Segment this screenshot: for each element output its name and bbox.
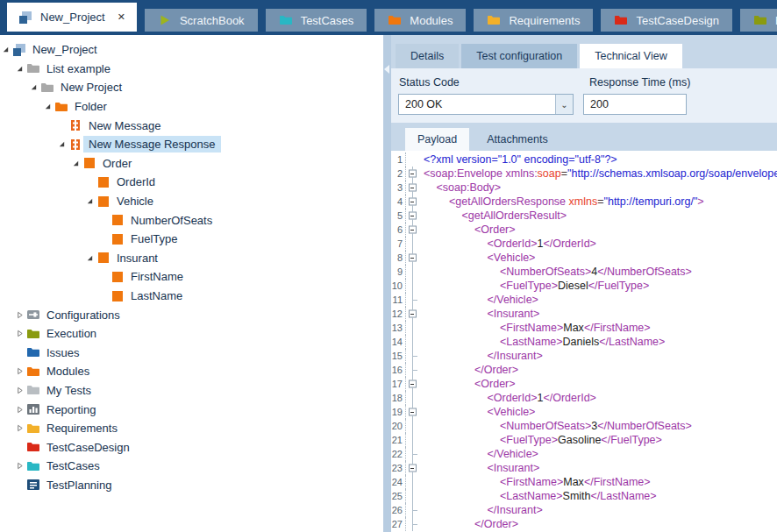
status-code-label: Status Code bbox=[399, 76, 460, 89]
sidebar-item-testplanning[interactable]: TestPlanning bbox=[0, 476, 383, 495]
tab-attachments[interactable]: Attachments bbox=[474, 128, 560, 151]
play-icon bbox=[158, 13, 172, 27]
chevron-down-icon[interactable]: ⌄ bbox=[555, 95, 573, 114]
collapse-node-icon[interactable] bbox=[14, 63, 25, 74]
tab-test-configuration[interactable]: Test configuration bbox=[461, 44, 577, 68]
panel-splitter[interactable] bbox=[383, 35, 391, 532]
folder-icon bbox=[54, 100, 68, 114]
collapse-node-icon[interactable] bbox=[28, 82, 39, 93]
folder-icon bbox=[26, 327, 40, 341]
sidebar-item-issues[interactable]: Issues bbox=[0, 344, 383, 363]
code-text: <NumberOfSeats>4</NumberOfSeats> bbox=[420, 265, 692, 279]
expand-node-icon[interactable] bbox=[14, 385, 25, 396]
sidebar-item-new-project[interactable]: New_Project bbox=[0, 40, 383, 60]
collapse-node-icon[interactable] bbox=[42, 101, 53, 112]
line-number: 3 bbox=[391, 181, 406, 195]
fold-toggle-icon[interactable] bbox=[409, 226, 417, 234]
sidebar-item-lastname[interactable]: LastName bbox=[0, 287, 383, 306]
sidebar-item-numberofseats[interactable]: NumberOfSeats bbox=[0, 210, 383, 230]
fold-toggle-icon[interactable] bbox=[409, 310, 417, 318]
sidebar-item-insurant[interactable]: Insurant bbox=[0, 249, 383, 268]
arrow-spacer bbox=[56, 120, 68, 131]
config-icon bbox=[26, 308, 40, 322]
expand-node-icon[interactable] bbox=[14, 422, 25, 434]
code-text: <LastName>Daniels</LastName> bbox=[420, 335, 665, 349]
tree-item-label: Execution bbox=[41, 325, 102, 342]
application-window: New_Project✕ScratchBookTestCasesModulesR… bbox=[0, 0, 777, 532]
expand-node-icon[interactable] bbox=[14, 460, 25, 472]
code-line: 14<LastName>Daniels</LastName> bbox=[391, 335, 777, 349]
fold-toggle-icon[interactable] bbox=[409, 254, 417, 262]
tab-testcases[interactable]: TestCases bbox=[266, 9, 367, 32]
element-icon bbox=[110, 270, 125, 284]
fold-toggle-icon[interactable] bbox=[409, 212, 417, 220]
fold-toggle-icon[interactable] bbox=[409, 184, 417, 192]
tree-item-label: FirstName bbox=[125, 268, 189, 285]
status-code-select[interactable]: 200 OK ⌄ bbox=[398, 94, 574, 115]
collapse-node-icon[interactable] bbox=[56, 138, 68, 150]
folder-icon bbox=[26, 422, 40, 436]
sidebar-item-execution[interactable]: Execution bbox=[0, 324, 383, 344]
tab-payload[interactable]: Payload bbox=[405, 128, 469, 151]
fold-toggle-icon[interactable] bbox=[409, 198, 417, 206]
tree-item-label: Requirements bbox=[41, 420, 123, 436]
sidebar-item-new-project[interactable]: New Project bbox=[0, 78, 383, 97]
sidebar-item-list-example[interactable]: List example bbox=[0, 60, 383, 79]
tab-execution[interactable]: Execution bbox=[740, 9, 777, 32]
sidebar-item-testcasedesign[interactable]: TestCaseDesign bbox=[0, 437, 383, 457]
sidebar-item-vehicle[interactable]: Vehicle bbox=[0, 192, 383, 211]
tree-item-label: Folder bbox=[69, 98, 112, 115]
fold-gutter bbox=[406, 475, 420, 489]
fold-toggle-icon[interactable] bbox=[409, 380, 417, 388]
sidebar-item-fueltype[interactable]: FuelType bbox=[0, 230, 383, 249]
sidebar-item-modules[interactable]: Modules bbox=[0, 362, 383, 381]
expand-node-icon[interactable] bbox=[14, 404, 25, 415]
collapse-node-icon[interactable] bbox=[0, 44, 11, 55]
collapse-left-icon[interactable] bbox=[384, 65, 389, 74]
tree-item-label: FuelType bbox=[125, 231, 182, 247]
response-time-input[interactable] bbox=[583, 94, 687, 115]
tab-technical-view[interactable]: Technical View bbox=[580, 44, 681, 68]
tree-item-label: OrderId bbox=[111, 174, 160, 190]
sidebar-item-folder[interactable]: Folder bbox=[0, 97, 383, 117]
sidebar-item-testcases[interactable]: TestCases bbox=[0, 457, 383, 476]
arrow-spacer bbox=[14, 347, 25, 358]
collapse-node-icon[interactable] bbox=[70, 158, 82, 169]
tree-item-label: My Tests bbox=[41, 382, 96, 399]
sidebar-item-order[interactable]: Order bbox=[0, 154, 383, 174]
collapse-node-icon[interactable] bbox=[84, 195, 96, 207]
fold-toggle-icon[interactable] bbox=[409, 170, 417, 178]
expand-node-icon[interactable] bbox=[14, 309, 25, 321]
close-icon[interactable]: ✕ bbox=[118, 11, 125, 23]
tab-requirements[interactable]: Requirements bbox=[474, 9, 593, 32]
expand-node-icon[interactable] bbox=[14, 365, 25, 377]
fold-toggle-icon[interactable] bbox=[409, 465, 417, 472]
project-tree: New_ProjectList exampleNew ProjectFolder… bbox=[0, 35, 383, 532]
tree-item-label: TestCaseDesign bbox=[41, 439, 135, 456]
sidebar-item-new-message[interactable]: New Message bbox=[0, 116, 383, 135]
line-number: 1 bbox=[391, 153, 406, 167]
tab-new-project[interactable]: New_Project✕ bbox=[7, 3, 137, 32]
tree-item-label: TestCases bbox=[41, 458, 105, 474]
sidebar-item-configurations[interactable]: Configurations bbox=[0, 305, 383, 324]
tab-testcasedesign[interactable]: TestCaseDesign bbox=[601, 9, 732, 32]
sidebar-item-firstname[interactable]: FirstName bbox=[0, 267, 383, 287]
sidebar-item-my-tests[interactable]: My Tests bbox=[0, 381, 383, 401]
code-line: 16</Order> bbox=[391, 363, 777, 377]
sidebar-item-reporting[interactable]: Reporting bbox=[0, 400, 383, 419]
collapse-node-icon[interactable] bbox=[84, 252, 96, 264]
tab-bar: New_Project✕ScratchBookTestCasesModulesR… bbox=[0, 0, 777, 35]
report-icon bbox=[26, 402, 40, 416]
fold-gutter bbox=[406, 321, 420, 335]
project-icon bbox=[12, 43, 26, 57]
tab-scratchbook[interactable]: ScratchBook bbox=[145, 9, 258, 32]
tab-modules[interactable]: Modules bbox=[374, 9, 466, 32]
tab-details[interactable]: Details bbox=[396, 44, 459, 68]
fold-toggle-icon[interactable] bbox=[409, 408, 417, 416]
xml-editor[interactable]: 1<?xml version="1.0" encoding="utf-8"?>2… bbox=[391, 151, 777, 532]
expand-node-icon[interactable] bbox=[14, 328, 25, 339]
sidebar-item-requirements[interactable]: Requirements bbox=[0, 419, 383, 438]
line-number: 10 bbox=[391, 279, 406, 293]
sidebar-item-orderid[interactable]: OrderId bbox=[0, 173, 383, 192]
sidebar-item-new-message-response[interactable]: New Message Response bbox=[0, 135, 383, 154]
